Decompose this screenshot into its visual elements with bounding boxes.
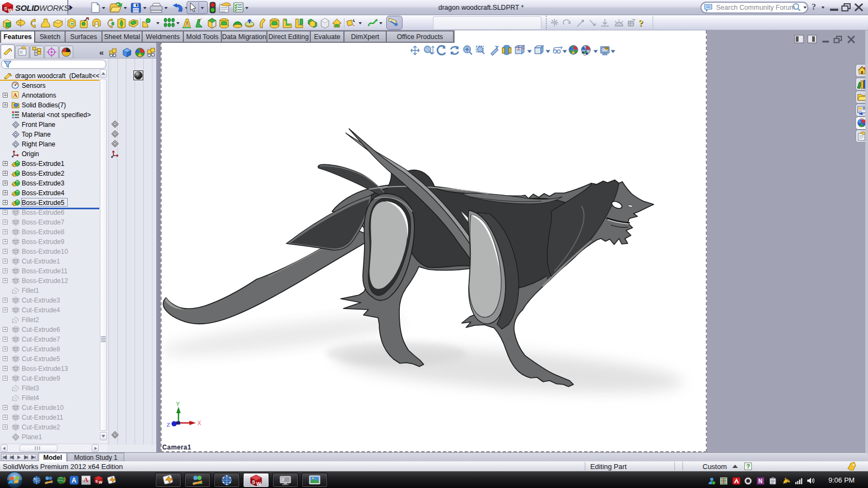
svg-text:N: N: [758, 478, 762, 484]
svg-text:S: S: [95, 479, 98, 483]
svg-text:W: W: [8, 8, 13, 13]
svg-text:?: ?: [639, 18, 643, 28]
svg-text:A: A: [72, 477, 76, 484]
svg-text:S: S: [4, 6, 7, 11]
svg-text:W: W: [257, 481, 261, 486]
svg-text:W: W: [99, 480, 103, 484]
svg-text:A: A: [13, 92, 17, 98]
svg-text:S: S: [252, 479, 256, 485]
svg-text:A: A: [84, 476, 88, 484]
